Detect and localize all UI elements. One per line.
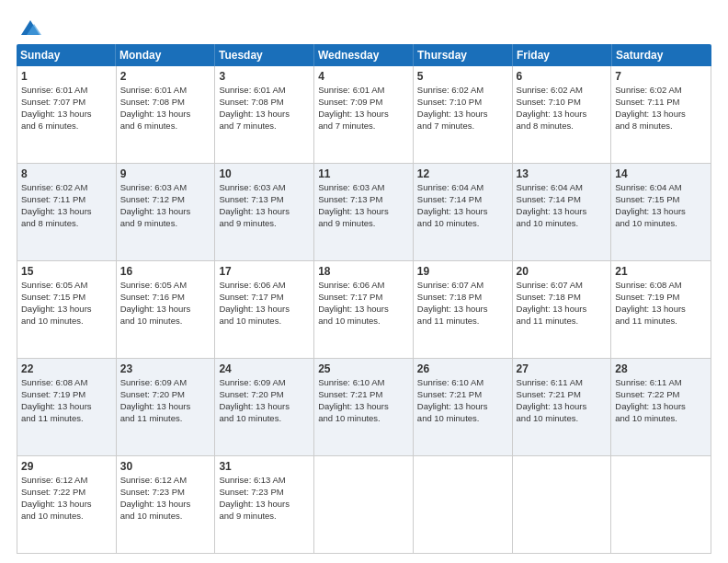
day-info: Daylight: 13 hours [219,109,310,121]
day-info: Sunrise: 6:10 AM [318,377,409,389]
day-info: and 9 minutes. [219,218,310,230]
cal-header-thursday: Thursday [414,44,513,66]
day-info: Sunrise: 6:02 AM [615,85,707,97]
day-info: Sunrise: 6:02 AM [21,182,112,194]
calendar: SundayMondayTuesdayWednesdayThursdayFrid… [17,44,711,554]
day-number: 29 [21,459,112,474]
calendar-cell [414,456,513,553]
day-info: Sunset: 7:22 PM [615,389,707,401]
day-info: Sunset: 7:10 PM [417,97,508,109]
day-info: and 10 minutes. [318,413,409,425]
cal-header-sunday: Sunday [17,44,116,66]
day-info: and 7 minutes. [318,121,409,132]
day-info: Sunset: 7:10 PM [517,97,608,109]
day-info: Sunset: 7:15 PM [21,292,112,304]
calendar-cell: 4Sunrise: 6:01 AMSunset: 7:09 PMDaylight… [314,66,414,163]
day-info: and 10 minutes. [219,413,310,425]
calendar-cell: 9Sunrise: 6:03 AMSunset: 7:12 PMDaylight… [117,164,216,260]
day-info: Daylight: 13 hours [318,401,409,413]
day-info: and 10 minutes. [219,316,310,327]
day-info: Sunset: 7:15 PM [615,194,707,206]
day-number: 18 [318,264,409,279]
day-info: Sunset: 7:16 PM [120,292,211,304]
day-info: Sunset: 7:18 PM [417,292,508,304]
calendar-cell: 28Sunrise: 6:11 AMSunset: 7:22 PMDayligh… [611,359,711,455]
day-info: Daylight: 13 hours [120,304,211,316]
day-info: Sunset: 7:22 PM [21,487,112,499]
day-info: Sunrise: 6:01 AM [318,85,409,97]
day-number: 21 [615,264,707,279]
day-info: and 11 minutes. [417,316,508,327]
day-info: Daylight: 13 hours [21,206,112,218]
logo [17,18,45,39]
day-info: Sunrise: 6:12 AM [21,475,112,487]
day-info: and 6 minutes. [120,121,211,132]
cal-header-tuesday: Tuesday [215,44,314,66]
calendar-cell: 5Sunrise: 6:02 AMSunset: 7:10 PMDaylight… [414,66,513,163]
calendar-cell: 27Sunrise: 6:11 AMSunset: 7:21 PMDayligh… [513,359,612,455]
calendar-header: SundayMondayTuesdayWednesdayThursdayFrid… [17,44,711,66]
page: SundayMondayTuesdayWednesdayThursdayFrid… [0,0,728,563]
day-number: 1 [21,69,112,84]
calendar-cell [611,456,711,553]
day-number: 7 [615,69,707,84]
day-number: 23 [120,362,211,376]
day-number: 26 [417,362,508,376]
day-info: Sunrise: 6:08 AM [21,377,112,389]
day-info: and 7 minutes. [219,121,310,132]
calendar-cell: 22Sunrise: 6:08 AMSunset: 7:19 PMDayligh… [17,359,117,455]
day-info: Sunset: 7:20 PM [120,389,211,401]
calendar-week-2: 8Sunrise: 6:02 AMSunset: 7:11 PMDaylight… [17,164,711,261]
day-number: 11 [318,167,409,181]
day-info: and 10 minutes. [517,218,608,230]
day-number: 12 [417,167,508,181]
day-info: Daylight: 13 hours [417,206,508,218]
day-info: Daylight: 13 hours [21,109,112,121]
calendar-cell: 19Sunrise: 6:07 AMSunset: 7:18 PMDayligh… [414,261,513,358]
day-info: and 11 minutes. [120,413,211,425]
day-info: Daylight: 13 hours [219,206,310,218]
day-info: and 9 minutes. [120,218,211,230]
day-info: Daylight: 13 hours [120,206,211,218]
day-info: Sunrise: 6:07 AM [517,280,608,292]
day-info: Sunrise: 6:04 AM [417,182,508,194]
day-info: Daylight: 13 hours [517,304,608,316]
calendar-cell: 10Sunrise: 6:03 AMSunset: 7:13 PMDayligh… [215,164,314,260]
calendar-cell: 23Sunrise: 6:09 AMSunset: 7:20 PMDayligh… [117,359,216,455]
day-info: Sunset: 7:12 PM [120,194,211,206]
day-info: Sunset: 7:23 PM [120,487,211,499]
day-info: Daylight: 13 hours [219,499,310,511]
calendar-cell: 21Sunrise: 6:08 AMSunset: 7:19 PMDayligh… [611,261,711,358]
day-info: Sunset: 7:13 PM [219,194,310,206]
calendar-cell: 12Sunrise: 6:04 AMSunset: 7:14 PMDayligh… [414,164,513,260]
header [17,15,711,39]
day-info: Sunrise: 6:02 AM [417,85,508,97]
day-info: Sunrise: 6:03 AM [318,182,409,194]
day-info: Daylight: 13 hours [318,206,409,218]
day-number: 14 [615,167,707,181]
day-info: and 9 minutes. [318,218,409,230]
day-info: and 11 minutes. [21,413,112,425]
day-number: 22 [21,362,112,376]
day-number: 10 [219,167,310,181]
calendar-cell: 20Sunrise: 6:07 AMSunset: 7:18 PMDayligh… [513,261,612,358]
calendar-cell [314,456,414,553]
day-info: Sunset: 7:17 PM [318,292,409,304]
day-info: and 10 minutes. [517,413,608,425]
calendar-cell: 29Sunrise: 6:12 AMSunset: 7:22 PMDayligh… [17,456,117,553]
day-info: Sunrise: 6:09 AM [120,377,211,389]
day-info: and 10 minutes. [21,511,112,523]
calendar-cell: 2Sunrise: 6:01 AMSunset: 7:08 PMDaylight… [117,66,216,163]
calendar-cell: 30Sunrise: 6:12 AMSunset: 7:23 PMDayligh… [117,456,216,553]
calendar-week-5: 29Sunrise: 6:12 AMSunset: 7:22 PMDayligh… [17,456,711,553]
day-info: Daylight: 13 hours [615,401,707,413]
day-info: Sunrise: 6:01 AM [219,85,310,97]
calendar-week-1: 1Sunrise: 6:01 AMSunset: 7:07 PMDaylight… [17,66,711,164]
day-info: Sunset: 7:11 PM [615,97,707,109]
day-info: and 10 minutes. [120,316,211,327]
day-info: Sunrise: 6:02 AM [517,85,608,97]
day-info: Sunset: 7:14 PM [517,194,608,206]
day-info: Daylight: 13 hours [615,304,707,316]
day-info: Sunrise: 6:07 AM [417,280,508,292]
day-info: Sunset: 7:21 PM [417,389,508,401]
